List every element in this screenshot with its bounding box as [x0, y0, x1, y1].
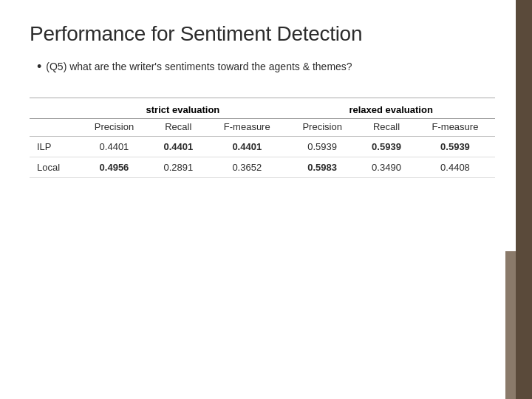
- bullet-text: (Q5) what are the writer's sentiments to…: [46, 59, 352, 75]
- deco-bar-dark: [516, 0, 532, 399]
- local-strict-fmeasure: 0.3652: [207, 157, 287, 177]
- table-wrapper: strict evaluation relaxed evaluation Pre…: [30, 98, 495, 178]
- strict-fmeasure-header: F-measure: [207, 118, 287, 136]
- table-body: ILP 0.4401 0.4401 0.4401 0.5939 0.5939 0…: [30, 136, 495, 177]
- bullet-dot: •: [37, 59, 41, 75]
- local-strict-recall: 0.2891: [149, 157, 207, 177]
- divider-line: [30, 98, 495, 98]
- ilp-strict-precision: 0.4401: [79, 136, 150, 157]
- bullet-point: • (Q5) what are the writer's sentiments …: [37, 59, 495, 75]
- ilp-strict-fmeasure: 0.4401: [207, 136, 287, 157]
- deco-bar-light: [505, 251, 516, 399]
- results-table: strict evaluation relaxed evaluation Pre…: [30, 104, 495, 178]
- relaxed-recall-header: Recall: [358, 118, 415, 136]
- table-row: ILP 0.4401 0.4401 0.4401 0.5939 0.5939 0…: [30, 136, 495, 157]
- strict-precision-header: Precision: [79, 118, 150, 136]
- ilp-relaxed-recall: 0.5939: [358, 136, 415, 157]
- section-header-row: strict evaluation relaxed evaluation: [30, 104, 495, 119]
- row-label-local: Local: [30, 157, 79, 177]
- local-relaxed-fmeasure: 0.4408: [415, 157, 495, 177]
- strict-header: strict evaluation: [79, 104, 287, 119]
- relaxed-header: relaxed evaluation: [287, 104, 495, 119]
- relaxed-fmeasure-header: F-measure: [415, 118, 495, 136]
- row-label-header: [30, 118, 79, 136]
- relaxed-precision-header: Precision: [287, 118, 358, 136]
- row-label-ilp: ILP: [30, 136, 79, 157]
- ilp-relaxed-fmeasure: 0.5939: [415, 136, 495, 157]
- subheader-row: Precision Recall F-measure Precision Rec…: [30, 118, 495, 136]
- strict-recall-header: Recall: [149, 118, 207, 136]
- table-row: Local 0.4956 0.2891 0.3652 0.5983 0.3490…: [30, 157, 495, 177]
- slide-title: Performance for Sentiment Detection: [30, 22, 495, 46]
- local-strict-precision: 0.4956: [79, 157, 150, 177]
- local-relaxed-precision: 0.5983: [287, 157, 358, 177]
- slide-container: Performance for Sentiment Detection • (Q…: [0, 0, 532, 399]
- local-relaxed-recall: 0.3490: [358, 157, 415, 177]
- ilp-strict-recall: 0.4401: [149, 136, 207, 157]
- empty-header: [30, 104, 79, 119]
- ilp-relaxed-precision: 0.5939: [287, 136, 358, 157]
